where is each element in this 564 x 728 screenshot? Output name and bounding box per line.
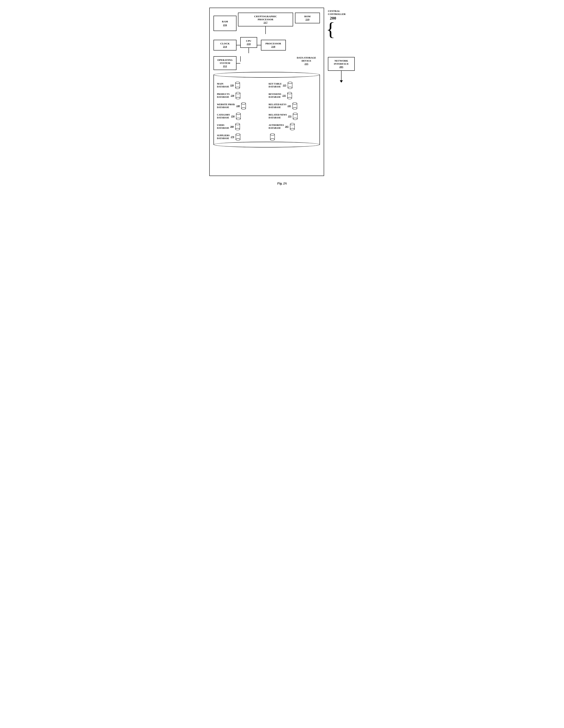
svg-point-20	[241, 108, 246, 110]
svg-point-5	[288, 82, 292, 84]
central-controller-label2: CONTROLLER	[328, 13, 346, 16]
ram-number: 216	[223, 24, 227, 27]
processor-number: 218	[263, 45, 284, 48]
cpu-box: CPU 210	[240, 37, 257, 48]
svg-point-0	[235, 82, 240, 84]
svg-point-44	[236, 139, 240, 141]
db-suppliers-label2: DATABASE	[217, 137, 230, 140]
os-number: 212	[215, 65, 235, 68]
db-users-label2: DATABASE	[217, 127, 229, 129]
crypto-label1: CRYPTOGRAPHIC	[240, 15, 291, 18]
arrow-line	[341, 71, 341, 80]
db-keytable: KEY TABLE DATABASE 225	[269, 81, 316, 89]
arrow-head-icon	[340, 80, 343, 83]
db-empty	[269, 133, 316, 141]
svg-point-28	[236, 118, 241, 120]
os-label2: SYSTEM	[215, 62, 235, 65]
db-websiteprod-label2: DATABASE	[217, 106, 235, 109]
db-cylinder-icon-4	[241, 102, 246, 110]
db-authorites-number: 265	[285, 125, 289, 128]
db-main-number: 220	[230, 84, 234, 87]
db-revisions-label1: REVISIONS	[269, 93, 281, 96]
crypto-label2: PROCESSOR	[240, 18, 291, 21]
crypto-processor-box: CRYPTOGRAPHIC PROCESSOR 217	[238, 13, 293, 26]
db-cylinder-icon-2	[235, 92, 241, 99]
db-category-label2: DATABASE	[217, 116, 230, 119]
svg-point-29	[293, 113, 297, 115]
svg-point-48	[270, 139, 275, 141]
clock-box: CLOCK 214	[214, 40, 236, 50]
rom-number: 219	[298, 18, 317, 21]
db-products-number: 230	[231, 94, 234, 97]
svg-point-13	[288, 92, 292, 94]
db-main: MAIN DATABASE 220	[217, 81, 265, 89]
db-websiteprod-label1: WEBSITE PROD.	[217, 103, 235, 106]
db-suppliers-number: 270	[231, 136, 234, 138]
svg-point-41	[236, 134, 240, 135]
svg-point-32	[293, 118, 297, 120]
db-products: PRODUCTS DATABASE 230	[217, 92, 265, 99]
crypto-number: 217	[240, 21, 291, 24]
processor-box: PROCESSOR 218	[261, 40, 286, 50]
svg-point-45	[270, 134, 275, 135]
db-authorites: AUTHORITES DATABASE 265	[269, 123, 316, 130]
cylinder-area: MAIN DATABASE 220	[214, 72, 320, 147]
db-keytable-label1: KEY TABLE	[269, 82, 282, 85]
db-websiteprod: WEBSITE PROD. DATABASE 240	[217, 102, 265, 110]
database-grid: MAIN DATABASE 220	[214, 78, 319, 145]
diagram-area: RAM 216 CRYPTOGRAPHIC PROCESSOR 217	[209, 8, 355, 176]
db-suppliers-label1: SUPPLIERS	[217, 134, 230, 137]
db-cylinder-icon-10	[235, 133, 241, 141]
db-cylinder-icon-6	[236, 112, 241, 120]
clock-number: 214	[216, 45, 234, 48]
os-box: OPERATING SYSTEM 212	[214, 56, 236, 70]
ram-label: RAM	[222, 20, 228, 23]
db-revisions-number: 235	[282, 94, 286, 97]
data-storage-label1: DATA STORAGE	[297, 56, 316, 59]
db-main-label2: DATABASE	[217, 85, 229, 88]
svg-point-40	[290, 128, 295, 130]
db-cylinder-icon-3	[287, 92, 292, 99]
db-cylinder-icon-0	[235, 81, 240, 89]
db-category-label1: CATEGORY	[217, 113, 230, 116]
svg-point-33	[235, 123, 240, 125]
brace-icon: }	[326, 21, 335, 38]
cpu-number: 210	[246, 42, 251, 46]
db-keytable-label2: DATABASE	[269, 85, 282, 88]
svg-point-8	[288, 87, 292, 89]
db-suppliers: SUPPLIERS DATABASE 270	[217, 133, 265, 141]
svg-point-36	[235, 128, 240, 130]
db-category: CATEGORY DATABASE 250	[217, 112, 265, 120]
db-category-number: 250	[231, 115, 235, 118]
processor-label: PROCESSOR	[263, 42, 284, 45]
svg-point-12	[236, 97, 240, 99]
db-products-label1: PRODUCTS	[217, 93, 230, 96]
clock-label: CLOCK	[216, 42, 234, 45]
svg-point-37	[290, 123, 295, 125]
data-storage-label2: DEVICE	[297, 59, 316, 62]
db-relatedkeys: RELATED KEYS DATABASE 245	[269, 102, 316, 110]
db-revisions: REVISIONS DATABASE 235	[269, 92, 316, 99]
ram-box: RAM 216	[214, 16, 236, 31]
os-label1: OPERATING	[215, 59, 235, 62]
db-relatedkeys-label2: DATABASE	[269, 106, 286, 109]
cpu-label: CPU	[246, 39, 251, 42]
rom-label: ROM	[298, 15, 317, 18]
db-authorites-label1: AUTHORITES	[269, 124, 284, 127]
db-cylinder-icon-8	[235, 123, 240, 130]
db-relatedkeys-number: 245	[288, 105, 291, 107]
svg-point-9	[236, 92, 240, 94]
db-revisions-label2: DATABASE	[269, 96, 281, 99]
db-authorites-label2: DATABASE	[269, 127, 284, 129]
svg-point-21	[293, 103, 297, 104]
main-box: RAM 216 CRYPTOGRAPHIC PROCESSOR 217	[209, 8, 324, 176]
db-relatedkeys-label1: RELATED KEYS	[269, 103, 286, 106]
db-users: USERS DATABASE 260	[217, 123, 265, 130]
db-relatednews-label1: RELATED NEWS	[269, 113, 287, 116]
db-cylinder-icon-1	[287, 81, 293, 89]
fig-caption: Fig. 2A	[277, 182, 287, 185]
db-keytable-number: 225	[283, 84, 286, 87]
svg-point-24	[293, 108, 297, 110]
right-panel: CENTRAL CONTROLLER 200 } NETWORK INTERFA…	[324, 8, 355, 83]
svg-point-17	[241, 103, 246, 104]
